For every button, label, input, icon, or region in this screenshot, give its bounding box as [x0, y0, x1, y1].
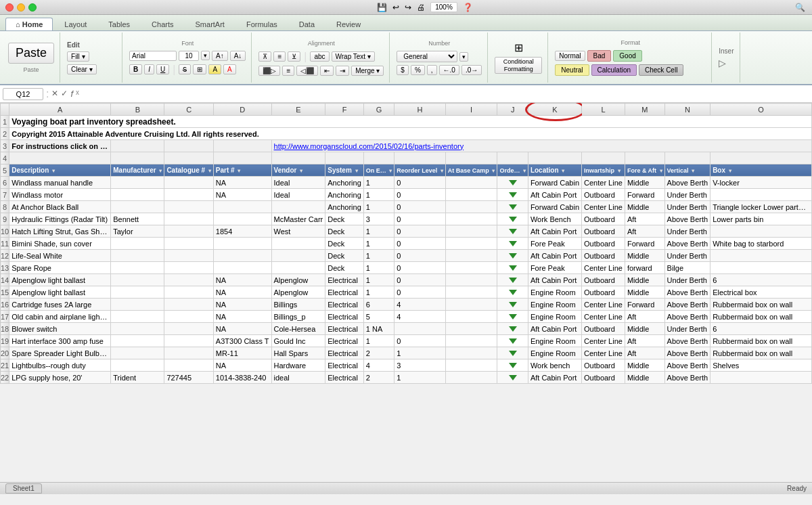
cell-6-reorder[interactable]: 0	[394, 177, 446, 189]
cell-17-base[interactable]	[445, 311, 497, 323]
cell-13-desc[interactable]: Spare Rope	[9, 262, 111, 274]
cell-8-vert[interactable]: Under Berth	[664, 201, 710, 213]
number-format-select[interactable]: General	[397, 51, 457, 62]
cell-22-orde[interactable]	[497, 372, 528, 384]
cell-17-system[interactable]: Electrical	[325, 311, 364, 323]
cell-19-vendor[interactable]: Gould Inc	[271, 335, 325, 347]
cell-12-location[interactable]: Aft Cabin Port	[528, 250, 581, 262]
cell-19-part[interactable]: A3T300 Class T	[213, 335, 271, 347]
cell-6-base[interactable]	[445, 177, 497, 189]
header-orde[interactable]: Orde… ▾	[497, 164, 528, 177]
cell-19-location[interactable]: Engine Room	[528, 335, 581, 347]
tab-data[interactable]: Data	[289, 18, 325, 30]
cell-17-on-e[interactable]: 5	[363, 311, 394, 323]
cell-22-base[interactable]	[445, 372, 497, 384]
cell-21-fore[interactable]: Middle	[625, 359, 664, 372]
cell-6-cat[interactable]	[164, 177, 213, 189]
cell-22-vert[interactable]: Above Berth	[664, 372, 710, 384]
cell-9-mfg[interactable]: Bennett	[111, 213, 164, 225]
cell-7-mfg[interactable]	[111, 189, 164, 201]
align-left-button[interactable]: ⬛▷	[258, 66, 280, 76]
cell-14-desc[interactable]: Alpenglow light ballast	[9, 274, 111, 286]
cell-20-cat[interactable]	[164, 347, 213, 359]
cell-16-cat[interactable]	[164, 299, 213, 311]
cell-17-location[interactable]: Engine Room	[528, 311, 581, 323]
cell-7-orde[interactable]	[497, 189, 528, 201]
header-location[interactable]: Location ▾	[528, 164, 581, 177]
cell-17-vert[interactable]: Above Berth	[664, 311, 710, 323]
cell-8-reorder[interactable]: 0	[394, 201, 446, 213]
cell-22-inw[interactable]: Outboard	[582, 372, 625, 384]
cell-22-desc[interactable]: LPG supply hose, 20'	[9, 372, 111, 384]
col-L-header[interactable]: L	[582, 104, 625, 116]
minimize-button[interactable]	[17, 3, 25, 12]
cell-22-vendor[interactable]: ideal	[271, 372, 325, 384]
cell-13-on-e[interactable]: 1	[363, 262, 394, 274]
cell-6-inw[interactable]: Center Line	[582, 177, 625, 189]
cell-20-box[interactable]: Rubbermaid box on wall	[710, 347, 812, 359]
cell-16-vert[interactable]: Above Berth	[664, 299, 710, 311]
cell-12-fore[interactable]: Middle	[625, 250, 664, 262]
cell-8-inw[interactable]: Center Line	[582, 201, 625, 213]
cell-10-reorder[interactable]: 0	[394, 225, 446, 238]
cell-reference-input[interactable]	[3, 88, 43, 100]
cell-11-vert[interactable]: Above Berth	[664, 238, 710, 250]
header-description[interactable]: Description ▾	[9, 164, 111, 177]
cell-20-vendor[interactable]: Hall Spars	[271, 347, 325, 359]
cell-14-part[interactable]: NA	[213, 274, 271, 286]
cell-21-vert[interactable]: Above Berth	[664, 359, 710, 372]
cell-11-inw[interactable]: Outboard	[582, 238, 625, 250]
cell-6-desc[interactable]: Windlass manual handle	[9, 177, 111, 189]
row-3-label-cell[interactable]: For instructions click on this link:	[9, 140, 111, 152]
cell-18-on-e[interactable]: 1 NA	[363, 323, 394, 335]
cell-12-system[interactable]: Deck	[325, 250, 364, 262]
row-2-title-cell[interactable]: Copyright 2015 Attainable Adventure Crui…	[9, 128, 812, 140]
cell-18-orde[interactable]	[497, 323, 528, 335]
cell-12-part[interactable]	[213, 250, 271, 262]
help-icon[interactable]: ❓	[463, 3, 473, 12]
cell-17-vendor[interactable]: Billings_p	[271, 311, 325, 323]
tab-smartart[interactable]: SmartArt	[185, 18, 235, 30]
cell-10-location[interactable]: Aft Cabin Port	[528, 225, 581, 238]
cell-20-desc[interactable]: Spare Spreader Light Bulbs 12 Volt 20 Wa…	[9, 347, 111, 359]
indent-increase-button[interactable]: ⇥	[336, 66, 349, 76]
cell-13-mfg[interactable]	[111, 262, 164, 274]
italic-button[interactable]: I	[144, 64, 154, 74]
cell-9-desc[interactable]: Hydraulic Fittings (Radar Tilt)	[9, 213, 111, 225]
highlight-button[interactable]: A	[208, 64, 221, 74]
cell-14-location[interactable]: Aft Cabin Port	[528, 274, 581, 286]
cell-7-vert[interactable]: Under Berth	[664, 189, 710, 201]
cell-21-desc[interactable]: Lightbulbs--rough duty	[9, 359, 111, 372]
cell-7-desc[interactable]: Windlass motor	[9, 189, 111, 201]
cell-19-cat[interactable]	[164, 335, 213, 347]
cell-7-fore[interactable]: Forward	[625, 189, 664, 201]
cell-19-base[interactable]	[445, 335, 497, 347]
align-middle-button[interactable]: ≡	[273, 51, 286, 62]
cell-7-part[interactable]: NA	[213, 189, 271, 201]
cell-18-inw[interactable]: Outboard	[582, 323, 625, 335]
cell-11-base[interactable]	[445, 238, 497, 250]
strikethrough-button[interactable]: S̶	[179, 64, 191, 74]
cell-17-cat[interactable]	[164, 311, 213, 323]
cell-9-cat[interactable]	[164, 213, 213, 225]
col-H-header[interactable]: H	[394, 104, 446, 116]
cell-21-box[interactable]: Shelves	[710, 359, 812, 372]
cell-18-cat[interactable]	[164, 323, 213, 335]
cell-15-box[interactable]: Electrical box	[710, 286, 812, 299]
cell-21-mfg[interactable]	[111, 359, 164, 372]
col-O-header[interactable]: O	[710, 104, 812, 116]
cell-10-box[interactable]	[710, 225, 812, 238]
cell-9-vendor[interactable]: McMaster Carr	[271, 213, 325, 225]
cell-8-box[interactable]: Triangle locker Lower parts bin	[710, 201, 812, 213]
font-name-input[interactable]	[129, 51, 177, 61]
cell-16-desc[interactable]: Cartridge fuses 2A large	[9, 299, 111, 311]
cell-13-part[interactable]	[213, 262, 271, 274]
align-right-button[interactable]: ◁⬛	[296, 66, 318, 76]
cell-14-mfg[interactable]	[111, 274, 164, 286]
percent-button[interactable]: %	[411, 65, 425, 75]
maximize-button[interactable]	[28, 3, 37, 12]
cell-10-desc[interactable]: Hatch Lifting Strut, Gas Shock 60 lb (Af…	[9, 225, 111, 238]
cell-15-desc[interactable]: Alpenglow light ballast	[9, 286, 111, 299]
cell-9-on-e[interactable]: 3	[363, 213, 394, 225]
cell-6-vert[interactable]: Above Berth	[664, 177, 710, 189]
